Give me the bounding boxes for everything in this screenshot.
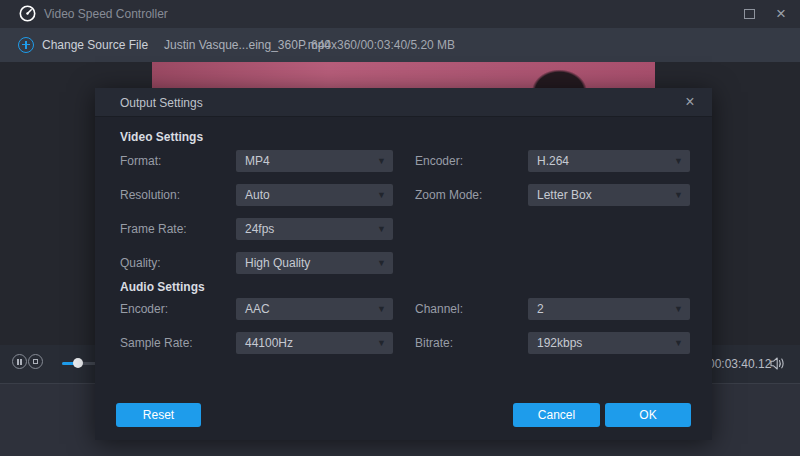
zoom-mode-value: Letter Box: [537, 184, 592, 206]
window-close-icon[interactable]: ×: [770, 2, 792, 26]
quality-label: Quality:: [120, 252, 236, 274]
file-metadata: 640x360/00:03:40/5.20 MB: [311, 38, 455, 52]
dialog-close-icon[interactable]: ×: [680, 91, 700, 113]
format-value: MP4: [245, 150, 270, 172]
stop-button[interactable]: [28, 354, 43, 369]
chevron-down-icon: ▼: [674, 298, 683, 320]
quality-value: High Quality: [245, 252, 310, 274]
field-row: Encoder: AAC ▼ Channel: 2 ▼: [95, 298, 712, 320]
output-settings-dialog: Output Settings × Video Settings Format:…: [95, 88, 712, 440]
quality-select[interactable]: High Quality ▼: [236, 252, 393, 274]
frame-rate-select[interactable]: 24fps ▼: [236, 218, 393, 240]
chevron-down-icon: ▼: [377, 184, 386, 206]
bitrate-label: Bitrate:: [415, 332, 528, 354]
loaded-file-name: Justin Vasque...eing_360P.mp4: [164, 38, 331, 52]
chevron-down-icon: ▼: [377, 332, 386, 354]
frame-rate-value: 24fps: [245, 218, 274, 240]
chevron-down-icon: ▼: [674, 184, 683, 206]
chevron-down-icon: ▼: [377, 218, 386, 240]
audio-encoder-value: AAC: [245, 298, 270, 320]
video-settings-heading: Video Settings: [120, 130, 203, 144]
playback-slider-thumb[interactable]: [73, 358, 83, 368]
pause-button[interactable]: [12, 354, 27, 369]
bitrate-value: 192kbps: [537, 332, 582, 354]
duration-label: 00:03:40.12: [708, 357, 771, 371]
chevron-down-icon: ▼: [674, 332, 683, 354]
chevron-down-icon: ▼: [377, 298, 386, 320]
dialog-title: Output Settings: [120, 96, 203, 110]
sample-rate-label: Sample Rate:: [120, 332, 236, 354]
field-row: Format: MP4 ▼ Encoder: H.264 ▼: [95, 150, 712, 172]
audio-encoder-select[interactable]: AAC ▼: [236, 298, 393, 320]
toolbar: Change Source File Justin Vasque...eing_…: [0, 28, 800, 62]
audio-encoder-label: Encoder:: [120, 298, 236, 320]
audio-settings-heading: Audio Settings: [120, 280, 205, 294]
ok-button[interactable]: OK: [605, 403, 691, 427]
resolution-label: Resolution:: [120, 184, 236, 206]
encoder-select[interactable]: H.264 ▼: [528, 150, 690, 172]
titlebar: Video Speed Controller ×: [0, 0, 800, 28]
app-logo-speedometer-icon: [19, 5, 36, 22]
change-source-file-button[interactable]: Change Source File: [42, 38, 148, 52]
field-row: Resolution: Auto ▼ Zoom Mode: Letter Box…: [95, 184, 712, 206]
field-row: Frame Rate: 24fps ▼: [95, 218, 712, 240]
sample-rate-select[interactable]: 44100Hz ▼: [236, 332, 393, 354]
encoder-label: Encoder:: [415, 150, 528, 172]
volume-speaker-icon[interactable]: [770, 357, 785, 370]
resolution-select[interactable]: Auto ▼: [236, 184, 393, 206]
zoom-mode-label: Zoom Mode:: [415, 184, 528, 206]
format-select[interactable]: MP4 ▼: [236, 150, 393, 172]
resolution-value: Auto: [245, 184, 270, 206]
frame-rate-label: Frame Rate:: [120, 218, 236, 240]
field-row: Sample Rate: 44100Hz ▼ Bitrate: 192kbps …: [95, 332, 712, 354]
reset-button[interactable]: Reset: [116, 403, 201, 427]
format-label: Format:: [120, 150, 236, 172]
zoom-mode-select[interactable]: Letter Box ▼: [528, 184, 690, 206]
channel-value: 2: [537, 298, 544, 320]
dialog-header: Output Settings ×: [95, 88, 712, 117]
channel-label: Channel:: [415, 298, 528, 320]
window-title: Video Speed Controller: [44, 7, 168, 21]
bitrate-select[interactable]: 192kbps ▼: [528, 332, 690, 354]
add-circle-icon[interactable]: [18, 37, 34, 53]
cancel-button[interactable]: Cancel: [513, 403, 600, 427]
chevron-down-icon: ▼: [674, 150, 683, 172]
sample-rate-value: 44100Hz: [245, 332, 293, 354]
encoder-value: H.264: [537, 150, 569, 172]
field-row: Quality: High Quality ▼: [95, 252, 712, 274]
channel-select[interactable]: 2 ▼: [528, 298, 690, 320]
video-preview: [152, 62, 655, 88]
chevron-down-icon: ▼: [377, 150, 386, 172]
chevron-down-icon: ▼: [377, 252, 386, 274]
maximize-icon[interactable]: [744, 9, 755, 19]
